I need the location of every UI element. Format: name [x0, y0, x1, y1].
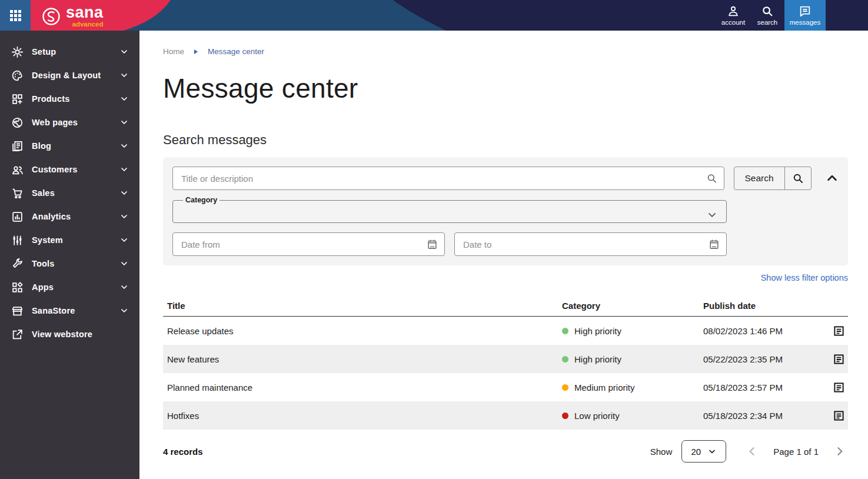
search-icon: [761, 5, 774, 18]
sana-logo[interactable]: sana advanced: [41, 5, 104, 28]
chevron-down-icon: [119, 306, 129, 315]
chevron-down-icon[interactable]: [706, 209, 718, 223]
gear-icon: [10, 46, 24, 58]
topbar-nav: account search messages: [716, 0, 826, 31]
open-message-icon[interactable]: [833, 325, 844, 337]
breadcrumb-home-link[interactable]: Home: [163, 47, 184, 56]
sidebar: Setup Design & Layout Products Web pages: [0, 31, 139, 479]
search-button-top[interactable]: search: [750, 0, 784, 31]
chevron-down-icon: [119, 118, 129, 127]
sidebar-item-label: Design & Layout: [32, 71, 119, 80]
search-button-label: Search: [734, 167, 784, 189]
date-from-field-wrap: [172, 232, 445, 256]
sidebar-item-label: Products: [32, 94, 119, 104]
globe-icon: [10, 117, 24, 129]
search-messages-heading: Search messages: [163, 132, 848, 148]
sidebar-item-label: System: [32, 235, 119, 245]
main-content: Home Message center Message center Searc…: [139, 31, 868, 479]
pagination: Page 1 of 1: [744, 443, 848, 460]
account-label: account: [721, 19, 745, 26]
table-row[interactable]: Release updates High priority 08/02/2023…: [163, 317, 848, 345]
table-row[interactable]: Hotfixes Low priority 05/18/2023 2:34 PM: [163, 401, 848, 430]
category-dropdown[interactable]: Category: [172, 196, 727, 223]
collapse-filters-button[interactable]: [826, 172, 839, 185]
open-message-icon[interactable]: [833, 382, 844, 393]
sidebar-item-label: Analytics: [32, 212, 119, 221]
sidebar-item-sanastore[interactable]: SanaStore: [0, 299, 139, 322]
brand-name: sana: [66, 5, 104, 21]
calendar-icon[interactable]: [709, 239, 720, 250]
title-search-input[interactable]: [172, 167, 724, 190]
message-title: Planned maintenance: [163, 382, 562, 392]
sidebar-item-label: Web pages: [32, 118, 119, 127]
chevron-up-icon: [826, 172, 839, 185]
sidebar-item-apps[interactable]: Apps: [0, 275, 139, 299]
category-label: Category: [183, 196, 220, 204]
sidebar-item-label: Sales: [32, 188, 119, 198]
products-icon: [10, 93, 24, 105]
sidebar-item-system[interactable]: System: [0, 228, 139, 252]
calendar-icon[interactable]: [427, 239, 438, 250]
search-icon[interactable]: [784, 167, 811, 189]
message-title: Release updates: [163, 326, 562, 336]
messages-button[interactable]: messages: [784, 0, 826, 31]
sidebar-item-analytics[interactable]: Analytics: [0, 205, 139, 228]
chevron-down-icon: [119, 235, 129, 245]
open-message-icon[interactable]: [833, 354, 844, 365]
table-row[interactable]: New features High priority 05/22/2023 2:…: [163, 345, 848, 373]
account-icon: [727, 5, 740, 18]
search-button[interactable]: Search: [734, 167, 812, 190]
chevron-down-icon: [119, 259, 129, 268]
priority-dot: [562, 413, 568, 419]
sidebar-item-sales[interactable]: Sales: [0, 181, 139, 205]
priority-dot: [562, 356, 568, 362]
page-size-value: 20: [691, 447, 701, 457]
sidebar-item-label: Apps: [32, 282, 119, 292]
external-link-icon: [10, 328, 24, 341]
open-message-icon[interactable]: [833, 410, 844, 421]
sidebar-item-tools[interactable]: Tools: [0, 252, 139, 275]
date-to-input[interactable]: [454, 232, 727, 256]
page-size-select[interactable]: 20: [681, 440, 726, 463]
breadcrumb-current-link[interactable]: Message center: [208, 47, 264, 56]
account-button[interactable]: account: [716, 0, 750, 31]
sidebar-item-view-webstore[interactable]: View webstore: [0, 322, 139, 346]
wrench-icon: [10, 258, 24, 270]
previous-page-button[interactable]: [744, 443, 760, 460]
cart-icon: [10, 187, 24, 199]
blog-icon: [10, 140, 24, 152]
sidebar-item-products[interactable]: Products: [0, 87, 139, 111]
customers-icon: [10, 164, 24, 176]
chevron-down-icon: [119, 212, 129, 221]
chevron-down-icon: [119, 71, 129, 80]
date-from-input[interactable]: [172, 232, 445, 256]
sidebar-item-web-pages[interactable]: Web pages: [0, 111, 139, 134]
chevron-right-icon: [834, 445, 846, 457]
sidebar-item-design-layout[interactable]: Design & Layout: [0, 64, 139, 87]
list-footer: 4 records Show 20 Page 1 of 1: [163, 440, 848, 463]
sliders-icon: [10, 234, 24, 247]
show-less-filters-link[interactable]: Show less filter options: [163, 273, 848, 282]
search-icon: [706, 173, 717, 184]
message-category: Medium priority: [574, 382, 635, 392]
messages-table: Title Category Publish date Release upda…: [163, 295, 848, 430]
table-row[interactable]: Planned maintenance Medium priority 05/1…: [163, 373, 848, 401]
page-info: Page 1 of 1: [773, 447, 819, 457]
sidebar-item-blog[interactable]: Blog: [0, 134, 139, 158]
next-page-button[interactable]: [832, 443, 848, 460]
search-label: search: [757, 19, 778, 26]
sidebar-item-customers[interactable]: Customers: [0, 158, 139, 181]
show-label: Show: [650, 447, 673, 457]
store-icon: [10, 305, 24, 317]
sidebar-item-setup[interactable]: Setup: [0, 40, 139, 64]
chevron-down-icon: [707, 447, 717, 456]
breadcrumb-arrow-icon: [194, 49, 198, 54]
sidebar-item-label: Customers: [32, 165, 119, 174]
app-launcher-button[interactable]: [0, 0, 31, 31]
sidebar-item-label: Setup: [32, 47, 119, 56]
message-publish-date: 05/18/2023 2:34 PM: [703, 411, 827, 421]
column-header-category: Category: [562, 301, 703, 311]
message-publish-date: 08/02/2023 1:46 PM: [703, 326, 827, 336]
grid-icon: [10, 10, 21, 21]
title-search-field-wrap: [172, 167, 724, 190]
